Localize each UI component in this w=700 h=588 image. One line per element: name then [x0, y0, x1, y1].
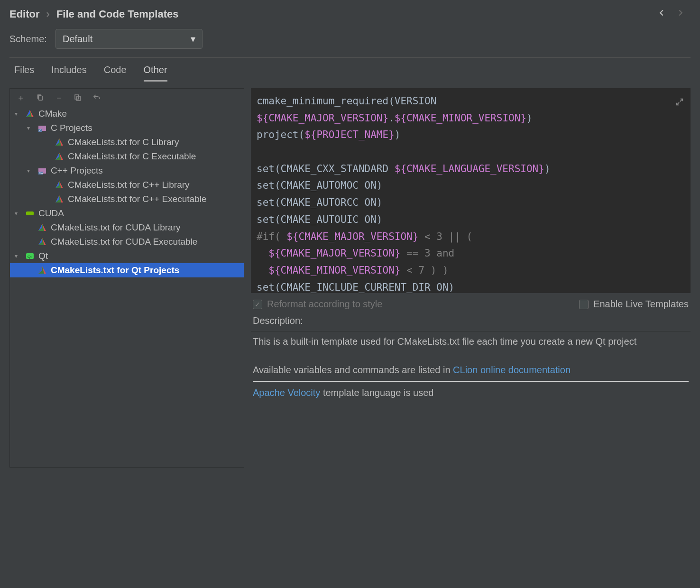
copy-icon[interactable]	[35, 92, 45, 103]
svg-text:C: C	[39, 129, 42, 132]
divider	[9, 57, 691, 58]
tree-label: CMakeLists.txt for C++ Library	[68, 180, 190, 190]
tree-item-cuda-library[interactable]: CMakeLists.txt for CUDA Library	[10, 220, 244, 235]
tree-node-c-projects[interactable]: ▾ C C Projects	[10, 121, 244, 135]
description-p3: Apache Velocity template language is use…	[253, 386, 689, 400]
tree-item-cuda-executable[interactable]: CMakeLists.txt for CUDA Executable	[10, 235, 244, 249]
expand-icon[interactable]	[675, 95, 684, 103]
description-p2: Available variables and commands are lis…	[253, 363, 689, 377]
cmake-file-icon	[55, 138, 64, 147]
chevron-down-icon: ▾	[191, 33, 195, 45]
tree-item-c-library[interactable]: CMakeLists.txt for C Library	[10, 135, 244, 149]
tree-item-cpp-library[interactable]: CMakeLists.txt for C++ Library	[10, 178, 244, 192]
chevron-down-icon: ▾	[15, 210, 21, 217]
svg-text:C++: C++	[39, 172, 44, 175]
tree-item-qt-projects[interactable]: CMakeLists.txt for Qt Projects	[10, 263, 244, 277]
cuda-icon	[25, 209, 35, 218]
cmake-file-icon	[37, 223, 47, 232]
checkbox-unchecked-icon	[579, 300, 589, 309]
folder-c-icon: C	[37, 123, 47, 133]
checkbox-label: Enable Live Templates	[593, 299, 689, 310]
scheme-value: Default	[63, 34, 92, 45]
template-tree[interactable]: ▾ CMake ▾ C C Projects CMakeLists.txt fo…	[10, 107, 244, 467]
chevron-down-icon: ▾	[15, 110, 21, 117]
svg-rect-1	[39, 96, 43, 100]
forward-arrow-icon	[675, 8, 686, 20]
back-arrow-icon[interactable]	[656, 8, 667, 20]
breadcrumb-current: File and Code Templates	[56, 8, 179, 20]
cmake-file-icon	[55, 180, 64, 190]
scheme-label: Scheme:	[9, 34, 47, 45]
tab-files[interactable]: Files	[14, 64, 34, 82]
tab-code[interactable]: Code	[104, 64, 127, 82]
tree-label: CMakeLists.txt for CUDA Library	[51, 222, 180, 233]
tree-label: CMakeLists.txt for C Executable	[68, 151, 196, 162]
tree-node-cmake[interactable]: ▾ CMake	[10, 107, 244, 121]
description-box: This is a built-in template used for CMa…	[251, 331, 691, 459]
template-editor[interactable]: cmake_minimum_required(VERSION ${CMAKE_M…	[251, 88, 691, 293]
cmake-file-icon	[55, 194, 64, 204]
chevron-down-icon: ▾	[15, 253, 21, 259]
svg-rect-25	[26, 211, 34, 215]
tree-label: C Projects	[51, 123, 92, 133]
breadcrumb: Editor › File and Code Templates	[9, 8, 178, 20]
tree-label: CMakeLists.txt for C++ Executable	[68, 194, 207, 204]
remove-icon[interactable]: －	[54, 92, 64, 103]
checkbox-checked-icon	[253, 300, 262, 309]
chevron-down-icon: ▾	[27, 125, 34, 131]
checkbox-label: Reformat according to style	[267, 299, 382, 310]
tree-label: CMake	[38, 109, 67, 119]
breadcrumb-parent[interactable]: Editor	[9, 8, 40, 20]
reformat-checkbox: Reformat according to style	[253, 299, 382, 310]
tree-label: C++ Projects	[51, 165, 103, 176]
undo-icon[interactable]	[92, 92, 102, 103]
cmake-file-icon	[37, 237, 47, 247]
cmake-file-icon	[55, 152, 64, 161]
tree-node-cuda[interactable]: ▾ CUDA	[10, 206, 244, 220]
tree-label: Qt	[38, 251, 48, 261]
description-label: Description:	[251, 315, 691, 326]
tab-includes[interactable]: Includes	[51, 64, 87, 82]
folder-cpp-icon: C++	[37, 166, 47, 175]
live-templates-checkbox[interactable]: Enable Live Templates	[579, 299, 689, 310]
tree-label: CUDA	[38, 208, 64, 219]
tab-other[interactable]: Other	[144, 64, 167, 82]
tree-item-c-executable[interactable]: CMakeLists.txt for C Executable	[10, 149, 244, 164]
scheme-dropdown[interactable]: Default ▾	[55, 29, 203, 49]
tree-label: CMakeLists.txt for Qt Projects	[51, 265, 179, 276]
cmake-icon	[25, 109, 35, 119]
breadcrumb-separator: ›	[46, 8, 50, 20]
chevron-down-icon: ▾	[27, 167, 34, 174]
template-list-pane: ＋ － ▾ CMake ▾ C C Projects	[9, 88, 244, 468]
tree-label: CMakeLists.txt for CUDA Executable	[51, 237, 197, 247]
tree-toolbar: ＋ －	[10, 89, 244, 107]
svg-text:Qt: Qt	[28, 255, 32, 259]
qt-icon: Qt	[25, 251, 35, 261]
description-divider	[253, 381, 689, 382]
clion-doc-link[interactable]: CLion online documentation	[453, 365, 571, 375]
description-p1: This is a built-in template used for CMa…	[253, 334, 689, 349]
duplicate-icon[interactable]	[73, 92, 83, 103]
add-icon[interactable]: ＋	[16, 92, 26, 103]
tree-item-cpp-executable[interactable]: CMakeLists.txt for C++ Executable	[10, 192, 244, 206]
cmake-file-icon	[37, 266, 47, 275]
tree-node-qt[interactable]: ▾ Qt Qt	[10, 249, 244, 263]
tree-node-cpp-projects[interactable]: ▾ C++ C++ Projects	[10, 164, 244, 178]
apache-velocity-link[interactable]: Apache Velocity	[253, 387, 320, 398]
tree-label: CMakeLists.txt for C Library	[68, 137, 179, 147]
tabs: Files Includes Code Other	[9, 64, 691, 82]
